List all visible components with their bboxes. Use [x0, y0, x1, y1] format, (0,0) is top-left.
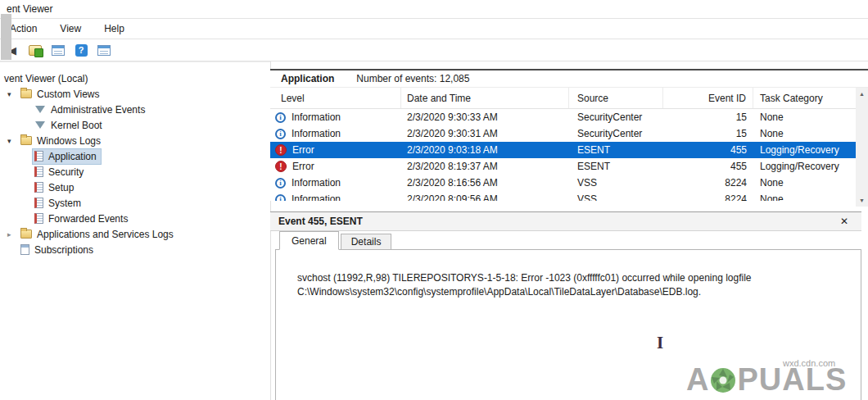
- task-category-cell: Logging/Recovery: [753, 158, 856, 175]
- datetime-cell: 2/3/2020 9:30:33 AM: [401, 109, 569, 125]
- log-title: Application: [270, 73, 334, 84]
- scroll-up-button[interactable]: [856, 88, 868, 100]
- tab-details[interactable]: Details: [341, 234, 392, 250]
- datetime-cell: 2/3/2020 8:09:56 AM: [401, 191, 569, 201]
- tree-item-label: Security: [48, 166, 84, 178]
- tab-general[interactable]: General: [279, 231, 339, 250]
- tree-item-label: Administrative Events: [51, 104, 145, 116]
- tree-item-label: Subscriptions: [34, 244, 93, 256]
- information-icon: [275, 194, 286, 202]
- column-header-level[interactable]: Level: [270, 88, 401, 108]
- datetime-cell: 2/3/2020 8:19:37 AM: [401, 158, 569, 175]
- scroll-down-button[interactable]: [856, 194, 868, 207]
- create-custom-view-button[interactable]: [49, 41, 67, 59]
- event-detail-tabs: General Details: [279, 231, 393, 250]
- event-id-cell: 8224: [663, 191, 753, 201]
- folder-icon: [20, 230, 32, 239]
- tree-item[interactable]: Setup: [0, 180, 270, 195]
- table-header-row: Level Date and Time Source Event ID Task…: [270, 88, 856, 109]
- properties-button[interactable]: [95, 41, 113, 59]
- column-header-task-category[interactable]: Task Category: [753, 88, 856, 108]
- tree-item[interactable]: System: [0, 195, 270, 211]
- events-count: Number of events: 12,085: [356, 73, 469, 84]
- tree-root-label: vent Viewer (Local): [4, 73, 88, 84]
- table-row[interactable]: Information 2/3/2020 8:16:56 AM VSS 8224…: [270, 175, 856, 191]
- filter-view-icon: [35, 121, 45, 129]
- tree-item[interactable]: Forwarded Events: [0, 211, 270, 226]
- source-cell: VSS: [569, 175, 663, 191]
- information-icon: [275, 178, 286, 189]
- expand-arrow-icon[interactable]: [7, 90, 19, 98]
- tree-item-label: Application: [48, 151, 97, 162]
- tree-item[interactable]: Administrative Events: [0, 102, 270, 117]
- vertical-scrollbar[interactable]: [856, 88, 868, 207]
- title-bar: ent Viewer: [0, 0, 868, 19]
- log-pane-header: Application Number of events: 12,085: [270, 70, 868, 88]
- tree-item[interactable]: Custom Views: [0, 86, 270, 102]
- event-detail-header: Event 455, ESENT ✕: [270, 211, 861, 231]
- datetime-cell: 2/3/2020 9:03:18 AM: [401, 142, 569, 158]
- open-saved-log-icon: [29, 45, 42, 56]
- level-cell: Information: [270, 109, 401, 125]
- event-detail-body: svchost (11992,R,98) TILEREPOSITORYS-1-5…: [275, 249, 861, 400]
- source-cell: SecurityCenter: [569, 125, 663, 142]
- tree-item[interactable]: Security: [0, 164, 270, 180]
- event-log-icon: [34, 151, 43, 161]
- tree-item-label: Custom Views: [37, 89, 99, 100]
- tree-item[interactable]: Kernel Boot: [0, 117, 270, 133]
- collapse-arrow-icon[interactable]: [7, 230, 19, 239]
- task-category-cell: None: [753, 175, 856, 191]
- expand-arrow-icon[interactable]: [7, 137, 19, 145]
- help-icon: [75, 44, 88, 57]
- table-row[interactable]: Information 2/3/2020 9:30:31 AM Security…: [270, 125, 856, 142]
- toolbar: [0, 39, 868, 61]
- menu-view[interactable]: View: [53, 20, 88, 37]
- close-icon[interactable]: ✕: [837, 215, 852, 228]
- tree-item[interactable]: Subscriptions: [0, 242, 270, 257]
- column-header-date[interactable]: Date and Time: [401, 88, 569, 108]
- open-saved-log-button[interactable]: [26, 41, 44, 59]
- event-log-icon: [34, 198, 43, 208]
- event-list: Information 2/3/2020 9:30:33 AM Security…: [270, 109, 856, 201]
- window-title: ent Viewer: [0, 3, 52, 15]
- event-id-cell: 8224: [663, 175, 753, 191]
- event-id-cell: 455: [663, 158, 753, 175]
- task-category-cell: None: [753, 191, 856, 201]
- column-header-event-id[interactable]: Event ID: [663, 88, 753, 108]
- tree-root[interactable]: vent Viewer (Local): [0, 70, 270, 86]
- column-header-source[interactable]: Source: [569, 88, 663, 108]
- tree-item-label: Windows Logs: [37, 135, 101, 147]
- text-cursor: I: [657, 333, 663, 353]
- window-icon: [97, 45, 111, 56]
- source-cell: ESENT: [569, 158, 663, 175]
- event-log-icon: [34, 182, 43, 193]
- table-row[interactable]: Information 2/3/2020 9:30:33 AM Security…: [270, 109, 856, 125]
- filter-view-icon: [35, 106, 45, 113]
- tree-item-label: Kernel Boot: [51, 120, 102, 131]
- information-icon: [275, 112, 286, 123]
- table-row[interactable]: Error 2/3/2020 8:19:37 AM ESENT 455 Logg…: [270, 158, 856, 175]
- tree-item[interactable]: Applications and Services Logs: [0, 226, 270, 242]
- task-category-cell: Logging/Recovery: [753, 142, 856, 158]
- tree-item-label: Setup: [48, 182, 74, 193]
- tree-item-label: System: [48, 198, 81, 209]
- scrollbar-thumb[interactable]: [1, 14, 11, 60]
- tree-item-label: Forwarded Events: [48, 213, 128, 225]
- help-button[interactable]: [72, 41, 90, 59]
- event-detail-title: Event 455, ESENT: [270, 216, 363, 227]
- event-id-cell: 455: [663, 142, 753, 158]
- tree-item[interactable]: Application: [0, 148, 270, 164]
- table-row[interactable]: Error 2/3/2020 9:03:18 AM ESENT 455 Logg…: [270, 142, 856, 158]
- level-cell: Information: [270, 191, 401, 201]
- event-id-cell: 15: [663, 109, 753, 125]
- menu-bar: Action View Help: [0, 19, 868, 39]
- task-category-cell: None: [753, 125, 856, 142]
- event-id-cell: 15: [663, 125, 753, 142]
- tree-item[interactable]: Windows Logs: [0, 133, 270, 148]
- folder-icon: [20, 89, 32, 98]
- level-cell: Error: [270, 142, 401, 158]
- menu-help[interactable]: Help: [97, 20, 131, 37]
- event-viewer-window: ent Viewer Action View Help vent Viewer …: [0, 0, 868, 400]
- table-row[interactable]: Information 2/3/2020 8:09:56 AM VSS 8224…: [270, 191, 856, 201]
- event-log-icon: [34, 213, 43, 224]
